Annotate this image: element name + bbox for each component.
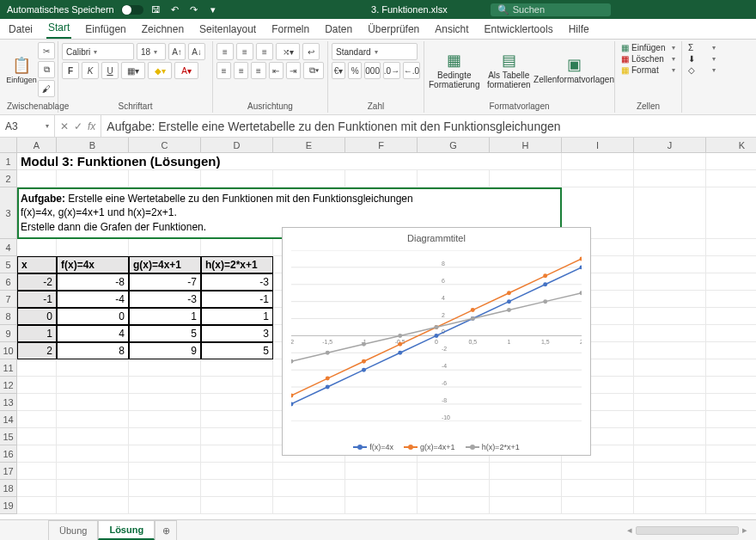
header-f[interactable]: f(x)=4x xyxy=(57,256,129,273)
tab-daten[interactable]: Daten xyxy=(323,21,354,39)
empty-cell[interactable] xyxy=(57,359,129,377)
delete-cells-button[interactable]: ▦Löschen▾ xyxy=(619,54,678,64)
align-center-button[interactable]: ≡ xyxy=(234,62,248,79)
indent-left-button[interactable]: ⇤ xyxy=(269,62,284,79)
empty-cell[interactable] xyxy=(634,256,706,273)
formula-value[interactable]: Aufgabe: Erstelle eine Wertetabelle zu d… xyxy=(101,120,756,133)
cell-g-1[interactable]: -3 xyxy=(129,291,201,308)
empty-cell[interactable] xyxy=(345,480,418,497)
empty-cell[interactable] xyxy=(706,428,756,445)
name-box[interactable]: A3▾ xyxy=(0,115,55,137)
align-bottom-button[interactable]: ≡ xyxy=(256,43,273,60)
empty-cell[interactable] xyxy=(634,325,706,342)
empty-cell[interactable] xyxy=(418,170,490,187)
redo-icon[interactable]: ↷ xyxy=(188,4,200,15)
column-header-F[interactable]: F xyxy=(345,138,418,153)
cancel-formula-icon[interactable]: ✕ xyxy=(60,120,69,132)
empty-cell[interactable] xyxy=(273,497,345,514)
align-top-button[interactable]: ≡ xyxy=(216,43,234,60)
empty-cell[interactable] xyxy=(129,497,201,514)
empty-cell[interactable] xyxy=(57,463,129,480)
sheet-tab-ubung[interactable]: Übung xyxy=(48,520,98,540)
empty-cell[interactable] xyxy=(634,239,706,256)
decrease-font-button[interactable]: A↓ xyxy=(188,43,205,60)
row-header-6[interactable]: 6 xyxy=(0,273,17,291)
cell-g-4[interactable]: 9 xyxy=(129,342,201,359)
search-box[interactable]: 🔍 Suchen xyxy=(491,3,611,16)
currency-button[interactable]: €▾ xyxy=(332,62,345,79)
empty-cell[interactable] xyxy=(17,170,57,187)
tab-datei[interactable]: Datei xyxy=(7,21,34,39)
empty-cell[interactable] xyxy=(17,480,57,497)
sheet-tab-losung[interactable]: Lösung xyxy=(98,520,155,540)
empty-cell[interactable] xyxy=(706,377,756,394)
empty-cell[interactable] xyxy=(201,480,273,497)
empty-cell[interactable] xyxy=(17,359,57,377)
horizontal-scrollbar[interactable] xyxy=(636,526,739,535)
empty-cell[interactable] xyxy=(634,445,706,463)
empty-cell[interactable] xyxy=(17,394,57,411)
empty-cell[interactable] xyxy=(17,428,57,445)
empty-cell[interactable] xyxy=(634,273,706,291)
paste-button[interactable]: 📋 Einfügen xyxy=(7,43,36,96)
empty-cell[interactable] xyxy=(706,308,756,325)
empty-cell[interactable] xyxy=(706,170,756,187)
empty-cell[interactable] xyxy=(57,445,129,463)
column-header-G[interactable]: G xyxy=(418,138,490,153)
empty-cell[interactable] xyxy=(562,463,634,480)
cut-button[interactable]: ✂ xyxy=(38,42,55,59)
underline-button[interactable]: U xyxy=(101,62,119,79)
empty-cell[interactable] xyxy=(634,170,706,187)
row-header-11[interactable]: 11 xyxy=(0,359,17,377)
empty-cell[interactable] xyxy=(57,170,129,187)
column-header-C[interactable]: C xyxy=(129,138,201,153)
cell-f-3[interactable]: 4 xyxy=(57,325,129,342)
empty-cell[interactable] xyxy=(129,359,201,377)
empty-cell[interactable] xyxy=(273,463,345,480)
border-button[interactable]: ▦▾ xyxy=(121,62,145,79)
empty-cell[interactable] xyxy=(562,497,634,514)
row-header-16[interactable]: 16 xyxy=(0,445,17,463)
empty-cell[interactable] xyxy=(706,480,756,497)
empty-cell[interactable] xyxy=(57,239,129,256)
merge-button[interactable]: ⧉▾ xyxy=(303,62,324,79)
row-header-3[interactable]: 3 xyxy=(0,187,17,239)
insert-cells-button[interactable]: ▦Einfügen▾ xyxy=(619,43,678,52)
cell-x-2[interactable]: 0 xyxy=(17,308,57,325)
column-header-J[interactable]: J xyxy=(634,138,706,153)
empty-cell[interactable] xyxy=(490,480,562,497)
empty-cell[interactable] xyxy=(201,359,273,377)
column-header-K[interactable]: K xyxy=(706,138,756,153)
indent-right-button[interactable]: ⇥ xyxy=(286,62,301,79)
new-sheet-button[interactable]: ⊕ xyxy=(155,520,177,540)
empty-cell[interactable] xyxy=(201,239,273,256)
column-header-H[interactable]: H xyxy=(490,138,562,153)
empty-cell[interactable] xyxy=(634,308,706,325)
column-header-D[interactable]: D xyxy=(201,138,273,153)
wrap-text-button[interactable]: ↩ xyxy=(302,43,320,60)
empty-cell[interactable] xyxy=(129,394,201,411)
empty-cell[interactable] xyxy=(418,497,490,514)
empty-cell[interactable] xyxy=(17,445,57,463)
row-header-13[interactable]: 13 xyxy=(0,394,17,411)
empty-cell[interactable] xyxy=(634,377,706,394)
empty-cell[interactable] xyxy=(634,291,706,308)
empty-cell[interactable] xyxy=(562,153,634,170)
decrease-decimal-button[interactable]: ←.0 xyxy=(403,62,420,79)
font-size-select[interactable]: 18▾ xyxy=(137,43,166,60)
cell-f-4[interactable]: 8 xyxy=(57,342,129,359)
empty-cell[interactable] xyxy=(706,325,756,342)
empty-cell[interactable] xyxy=(57,428,129,445)
empty-cell[interactable] xyxy=(201,445,273,463)
cell-g-2[interactable]: 1 xyxy=(129,308,201,325)
empty-cell[interactable] xyxy=(201,377,273,394)
empty-cell[interactable] xyxy=(490,463,562,480)
empty-cell[interactable] xyxy=(201,411,273,428)
font-name-select[interactable]: Calibri▾ xyxy=(62,43,134,60)
cell-f-1[interactable]: -4 xyxy=(57,291,129,308)
empty-cell[interactable] xyxy=(57,411,129,428)
empty-cell[interactable] xyxy=(706,359,756,377)
column-header-A[interactable]: A xyxy=(17,138,57,153)
empty-cell[interactable] xyxy=(490,170,562,187)
tab-ansicht[interactable]: Ansicht xyxy=(433,21,470,39)
